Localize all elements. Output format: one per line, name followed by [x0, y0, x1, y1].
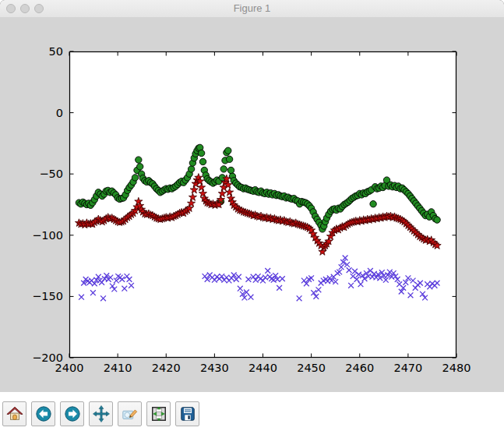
configure-subplots-button[interactable] — [146, 401, 171, 426]
y-tick-label: −150 — [32, 290, 63, 302]
x-tick-label: 2470 — [393, 362, 422, 374]
x-tick-label: 2450 — [297, 362, 326, 374]
window-title: Figure 1 — [0, 0, 504, 17]
titlebar[interactable]: Figure 1 — [0, 0, 504, 18]
subplots-icon — [150, 405, 167, 422]
save-floppy-icon — [179, 405, 196, 422]
back-button[interactable] — [31, 401, 55, 426]
save-button[interactable] — [175, 401, 199, 426]
figure-window: Figure 1 2400241024202430244024502460247… — [0, 0, 504, 431]
forward-arrow-icon — [64, 405, 81, 422]
plot-canvas[interactable]: 240024102420243024402450246024702480500−… — [0, 17, 504, 392]
zoom-rect-button[interactable] — [118, 401, 142, 426]
zoom-rect-icon — [122, 405, 139, 422]
navigation-toolbar — [0, 392, 504, 431]
x-tick-label: 2480 — [442, 362, 471, 374]
home-icon — [6, 405, 23, 422]
x-tick-label: 2420 — [152, 362, 181, 374]
y-tick-label: −100 — [32, 229, 63, 242]
forward-button[interactable] — [60, 401, 84, 426]
y-tick-label: 0 — [56, 107, 63, 119]
pan-arrows-icon — [93, 405, 110, 422]
x-tick-label: 2460 — [345, 362, 374, 374]
x-tick-label: 2440 — [248, 362, 277, 374]
x-tick-label: 2430 — [200, 362, 229, 374]
y-tick-label: −50 — [39, 168, 63, 180]
plot-frame — [70, 52, 456, 358]
pan-button[interactable] — [89, 401, 113, 426]
home-button[interactable] — [2, 401, 26, 426]
back-arrow-icon — [35, 405, 52, 422]
y-tick-label: 50 — [49, 45, 63, 58]
x-tick-label: 2410 — [104, 362, 132, 374]
figure-area: 240024102420243024402450246024702480500−… — [0, 17, 504, 392]
y-tick-label: −200 — [32, 352, 63, 364]
